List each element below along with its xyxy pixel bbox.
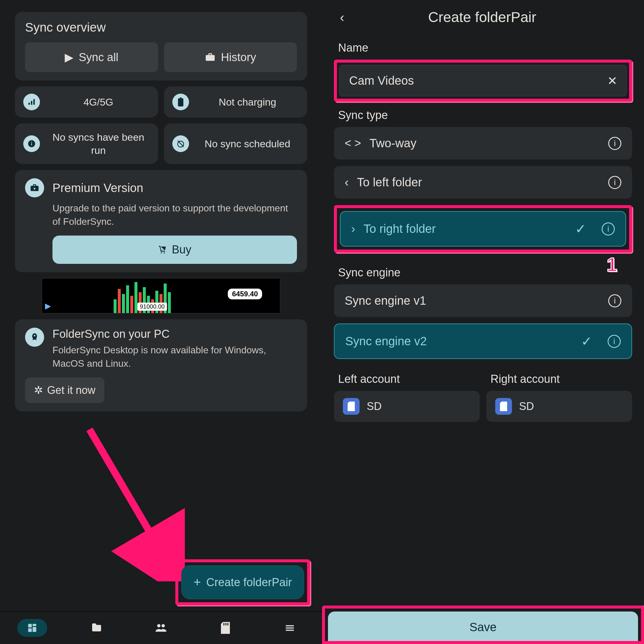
- sd-card-icon: [495, 398, 512, 415]
- info-icon[interactable]: i: [608, 176, 621, 189]
- gear-icon: ✲: [34, 384, 43, 397]
- sync-engine-v1[interactable]: Sync engine v1 i: [334, 284, 632, 317]
- history-icon: [205, 52, 216, 63]
- get-it-label: Get it now: [47, 384, 95, 397]
- info-icon: [23, 135, 40, 152]
- name-section-label: Name: [338, 41, 632, 54]
- to-left-label: To left folder: [357, 176, 422, 189]
- svg-rect-24: [227, 623, 228, 625]
- premium-card: Premium Version Upgrade to the paid vers…: [15, 170, 307, 272]
- left-account-value: SD: [367, 400, 382, 413]
- pc-title: FolderSync on your PC: [52, 328, 297, 340]
- create-folderpair-button[interactable]: + Create folderPair: [181, 565, 304, 599]
- two-way-label: Two-way: [369, 137, 417, 150]
- svg-rect-18: [33, 627, 36, 632]
- page-title: Create folderPair: [350, 9, 614, 25]
- svg-line-15: [89, 429, 170, 566]
- buy-button[interactable]: Buy: [52, 236, 297, 264]
- nav-folders[interactable]: [82, 619, 112, 637]
- sync-all-button[interactable]: ▶ Sync all: [25, 42, 158, 72]
- buy-label: Buy: [172, 243, 191, 256]
- premium-body: Upgrade to the paid version to support t…: [52, 202, 297, 228]
- two-way-icon: < >: [345, 137, 361, 150]
- sync-overview-card: Sync overview ▶ Sync all History: [15, 12, 307, 81]
- left-account-select[interactable]: SD: [334, 391, 480, 422]
- svg-rect-23: [225, 623, 226, 625]
- sync-type-to-left[interactable]: ‹ To left folder i: [334, 166, 632, 199]
- sync-all-label: Sync all: [79, 51, 118, 64]
- svg-point-21: [162, 624, 165, 627]
- svg-point-20: [157, 624, 160, 627]
- info-icon[interactable]: i: [602, 222, 615, 236]
- annotation-highlight-save: Save: [322, 606, 644, 644]
- svg-point-11: [161, 253, 162, 254]
- right-account-select[interactable]: SD: [486, 391, 632, 422]
- svg-rect-17: [33, 624, 36, 626]
- play-icon: ▶: [65, 51, 73, 64]
- svg-point-12: [164, 253, 165, 254]
- save-label: Save: [469, 620, 496, 634]
- plus-icon: +: [193, 575, 201, 589]
- nav-storage[interactable]: [210, 619, 240, 637]
- network-label: 4G/5G: [47, 95, 150, 109]
- nav-dashboard[interactable]: [17, 619, 47, 637]
- syncs-status: No syncs have been run: [15, 123, 158, 164]
- pc-card: FolderSync on your PC FolderSync Desktop…: [15, 319, 307, 411]
- sync-type-label: Sync type: [338, 109, 632, 122]
- sync-type-to-right[interactable]: › To right folder ✓ i: [340, 211, 626, 247]
- annotation-highlight-to-right: › To right folder ✓ i: [334, 205, 632, 253]
- get-it-now-button[interactable]: ✲ Get it now: [25, 377, 104, 403]
- history-button[interactable]: History: [164, 42, 297, 72]
- store-icon: [25, 178, 44, 197]
- sync-overview-title: Sync overview: [25, 20, 297, 35]
- schedule-label: No sync scheduled: [196, 137, 299, 150]
- info-icon[interactable]: i: [608, 137, 621, 150]
- annotation-arrow: [83, 423, 185, 581]
- battery-label: Not charging: [196, 95, 299, 109]
- check-icon: ✓: [581, 334, 592, 349]
- svg-point-13: [34, 335, 35, 336]
- sync-engine-v2[interactable]: Sync engine v2 ✓ i: [334, 323, 632, 359]
- back-button[interactable]: ‹: [334, 10, 350, 25]
- svg-rect-19: [28, 628, 32, 632]
- ad-banner[interactable]: 6459.40 91000.00 ▶: [42, 278, 280, 313]
- schedule-status: No sync scheduled: [164, 123, 307, 164]
- engine-v1-label: Sync engine v1: [345, 294, 426, 307]
- create-label: Create folderPair: [206, 576, 292, 589]
- to-right-label: To right folder: [363, 222, 436, 236]
- alarm-off-icon: [172, 135, 189, 152]
- network-status: 4G/5G: [15, 86, 158, 117]
- signal-icon: [23, 94, 40, 110]
- svg-rect-25: [286, 625, 294, 626]
- sd-card-icon: [343, 398, 360, 415]
- svg-rect-4: [180, 97, 182, 99]
- cart-icon: [158, 245, 167, 254]
- annotation-highlight-create: + Create folderPair: [175, 559, 310, 605]
- check-icon: ✓: [575, 221, 586, 236]
- right-account-value: SD: [519, 400, 534, 413]
- svg-rect-22: [223, 623, 224, 625]
- battery-status: Not charging: [164, 86, 307, 117]
- info-icon[interactable]: i: [608, 335, 621, 348]
- nav-menu[interactable]: [275, 619, 305, 637]
- clear-icon[interactable]: ✕: [607, 74, 617, 88]
- chart-candles-icon: [114, 278, 226, 313]
- nav-accounts[interactable]: [146, 619, 176, 637]
- info-icon[interactable]: i: [608, 294, 621, 307]
- svg-rect-6: [31, 143, 32, 145]
- svg-rect-2: [33, 99, 35, 105]
- right-account-label: Right account: [490, 373, 632, 386]
- right-header: ‹ Create folderPair: [334, 6, 632, 34]
- sync-type-two-way[interactable]: < > Two-way i: [334, 127, 632, 160]
- name-field[interactable]: ✕: [339, 65, 627, 96]
- svg-rect-27: [286, 630, 294, 631]
- svg-point-7: [31, 142, 32, 143]
- premium-title: Premium Version: [52, 181, 143, 195]
- ad-price-low: 91000.00: [137, 303, 167, 311]
- name-input[interactable]: [349, 74, 607, 88]
- bottom-nav: [0, 611, 322, 644]
- annotation-highlight-name: ✕: [334, 60, 632, 102]
- save-button[interactable]: Save: [328, 612, 638, 641]
- chevron-right-icon: ›: [351, 222, 355, 236]
- svg-rect-16: [28, 624, 32, 627]
